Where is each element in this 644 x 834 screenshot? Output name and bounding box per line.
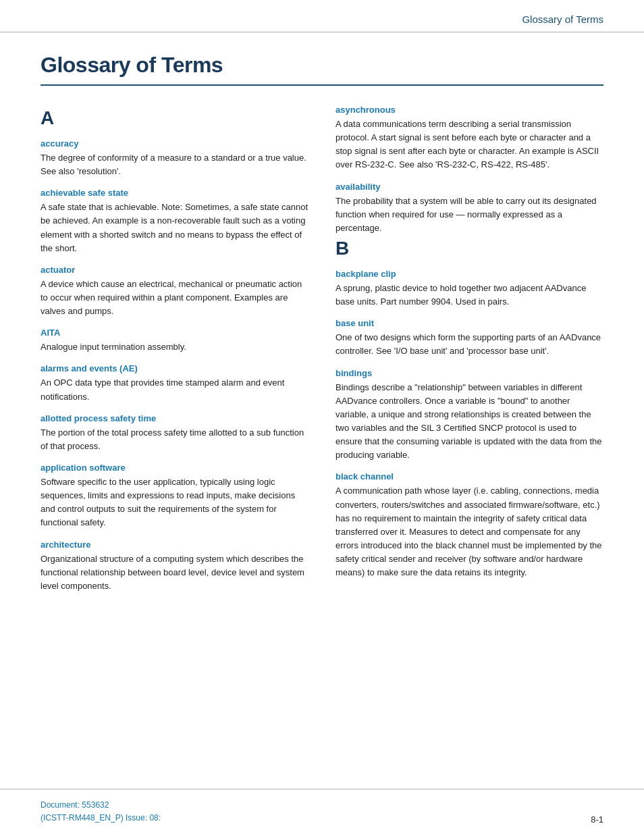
def-allotted-process-safety-time: The portion of the total process safety …: [41, 426, 308, 453]
term-base-unit: base unit: [336, 318, 603, 328]
header-title: Glossary of Terms: [522, 14, 603, 25]
term-application-software: application software: [41, 463, 308, 473]
def-backplane-clip: A sprung, plastic device to hold togethe…: [336, 282, 603, 309]
def-black-channel: A communication path whose layer (i.e. c…: [336, 484, 603, 579]
page-footer: Document: 553632 (ICSTT-RM448_EN_P) Issu…: [0, 789, 644, 834]
term-black-channel: black channel: [336, 471, 603, 481]
term-alarms-events: alarms and events (AE): [41, 363, 308, 373]
term-actuator: actuator: [41, 265, 308, 275]
def-base-unit: One of two designs which form the suppor…: [336, 331, 603, 358]
term-allotted-process-safety-time: allotted process safety time: [41, 413, 308, 423]
def-aita: Analogue input termination assembly.: [41, 340, 308, 354]
footer-document: Document: 553632 (ICSTT-RM448_EN_P) Issu…: [41, 799, 161, 825]
left-column: A accuracy The degree of conformity of a…: [41, 105, 308, 594]
section-letter-b: B: [336, 238, 603, 259]
term-bindings: bindings: [336, 368, 603, 378]
term-backplane-clip: backplane clip: [336, 269, 603, 279]
page-header: Glossary of Terms: [0, 0, 644, 32]
footer-page-number: 8-1: [591, 814, 603, 825]
def-asynchronous: A data communications term describing a …: [336, 118, 603, 172]
term-aita: AITA: [41, 328, 308, 338]
main-content: Glossary of Terms A accuracy The degree …: [0, 32, 644, 615]
def-bindings: Bindings describe a "relationship" betwe…: [336, 381, 603, 463]
def-alarms-events: An OPC data type that provides time stam…: [41, 376, 308, 403]
term-asynchronous: asynchronous: [336, 105, 603, 115]
def-actuator: A device which cause an electrical, mech…: [41, 278, 308, 318]
def-architecture: Organizational structure of a computing …: [41, 552, 308, 593]
term-architecture: architecture: [41, 540, 308, 550]
def-achievable-safe-state: A safe state that is achievable. Note: S…: [41, 201, 308, 255]
columns-container: A accuracy The degree of conformity of a…: [41, 105, 603, 594]
page-title: Glossary of Terms: [41, 53, 603, 78]
def-accuracy: The degree of conformity of a measure to…: [41, 151, 308, 178]
term-availability: availability: [336, 182, 603, 192]
section-letter-a: A: [41, 107, 308, 129]
footer-doc-number: Document: 553632: [41, 799, 161, 812]
right-column: asynchronous A data communications term …: [336, 105, 603, 594]
title-divider: [41, 84, 603, 86]
term-achievable-safe-state: achievable safe state: [41, 188, 308, 198]
def-availability: The probability that a system will be ab…: [336, 194, 603, 235]
term-accuracy: accuracy: [41, 138, 308, 149]
footer-doc-code: (ICSTT-RM448_EN_P) Issue: 08:: [41, 812, 161, 825]
def-application-software: Software specific to the user applicatio…: [41, 475, 308, 530]
